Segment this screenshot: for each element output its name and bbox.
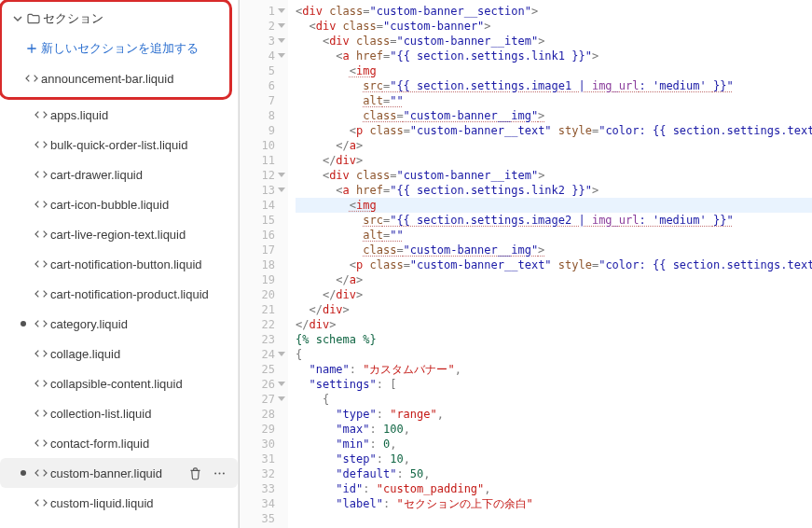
file-item[interactable]: cart-drawer.liquid <box>0 160 238 189</box>
code-line[interactable]: <div class="custom-banner__item"> <box>296 34 812 49</box>
file-item[interactable]: category.liquid <box>0 309 238 339</box>
code-line[interactable]: src="{{ section.settings.image1 | img_ur… <box>296 78 812 93</box>
line-number[interactable]: 5 <box>240 63 288 78</box>
line-number[interactable]: 21 <box>240 302 288 317</box>
line-number[interactable]: 34 <box>240 496 288 511</box>
code-line[interactable] <box>296 511 812 526</box>
code-line[interactable]: "settings": [ <box>296 377 812 392</box>
line-number[interactable]: 25 <box>240 362 288 377</box>
code-line[interactable]: </a> <box>296 272 812 287</box>
line-number[interactable]: 33 <box>240 481 288 496</box>
file-name: collage.liquid <box>50 347 228 361</box>
code-line[interactable]: </div> <box>296 317 812 332</box>
code-line[interactable]: src="{{ section.settings.image2 | img_ur… <box>296 213 812 228</box>
line-number[interactable]: 4 <box>240 49 288 63</box>
line-number[interactable]: 14 <box>240 198 288 213</box>
line-number[interactable]: 8 <box>240 108 288 123</box>
code-line[interactable]: </div> <box>296 287 812 302</box>
code-line[interactable]: </a> <box>296 138 812 153</box>
line-number[interactable]: 30 <box>240 437 288 452</box>
code-line[interactable]: {% schema %} <box>296 332 812 347</box>
folder-icon <box>24 11 43 26</box>
code-line[interactable]: "name": "カスタムバナー", <box>296 362 812 377</box>
line-number[interactable]: 10 <box>240 138 288 153</box>
code-line[interactable]: <img <box>296 63 812 78</box>
code-line[interactable]: <a href="{{ section.settings.link2 }}"> <box>296 183 812 198</box>
code-line[interactable]: "default": 50, <box>296 466 812 481</box>
code-line[interactable]: "min": 0, <box>296 437 812 452</box>
line-number[interactable]: 23 <box>240 332 288 347</box>
code-line[interactable]: "max": 100, <box>296 422 812 437</box>
line-number[interactable]: 18 <box>240 257 288 272</box>
code-editor[interactable]: 1234567891011121314151617181920212223242… <box>239 0 812 528</box>
file-item[interactable]: collapsible-content.liquid <box>0 368 238 398</box>
add-section-button[interactable]: 新しいセクションを追加する <box>2 34 229 63</box>
line-number[interactable]: 28 <box>240 407 288 422</box>
line-number[interactable]: 13 <box>240 183 288 198</box>
code-line[interactable]: "label": "セクションの上下の余白" <box>296 496 812 511</box>
line-number[interactable]: 11 <box>240 153 288 168</box>
code-line[interactable]: alt="" <box>296 93 812 108</box>
line-number[interactable]: 17 <box>240 243 288 257</box>
line-number[interactable]: 20 <box>240 287 288 302</box>
line-number[interactable]: 12 <box>240 168 288 183</box>
more-button[interactable] <box>210 464 228 482</box>
line-number[interactable]: 1 <box>240 4 288 19</box>
line-number[interactable]: 22 <box>240 317 288 332</box>
svg-point-1 <box>218 472 220 474</box>
code-line[interactable]: <div class="custom-banner"> <box>296 19 812 34</box>
line-number[interactable]: 27 <box>240 392 288 407</box>
file-item[interactable]: collection-list.liquid <box>0 398 238 428</box>
line-number[interactable]: 31 <box>240 452 288 466</box>
code-line[interactable]: { <box>296 392 812 407</box>
delete-button[interactable] <box>186 464 204 482</box>
line-number[interactable]: 7 <box>240 93 288 108</box>
line-number[interactable]: 29 <box>240 422 288 437</box>
code-line[interactable]: alt="" <box>296 228 812 243</box>
code-line[interactable]: </div> <box>296 302 812 317</box>
svg-point-0 <box>214 472 216 474</box>
file-name: cart-notification-button.liquid <box>50 257 228 271</box>
code-line[interactable]: { <box>296 347 812 362</box>
file-item[interactable]: cart-notification-button.liquid <box>0 249 238 279</box>
line-number[interactable]: 16 <box>240 228 288 243</box>
code-line[interactable]: class="custom-banner__img"> <box>296 108 812 123</box>
code-line[interactable]: "id": "custom_padding", <box>296 481 812 496</box>
line-number[interactable]: 15 <box>240 213 288 228</box>
file-item[interactable]: custom-liquid.liquid <box>0 488 238 518</box>
code-icon <box>32 257 50 271</box>
line-number[interactable]: 26 <box>240 377 288 392</box>
code-line[interactable]: "step": 10, <box>296 452 812 466</box>
code-line[interactable]: <img <box>296 198 812 213</box>
code-area[interactable]: <div class="custom-banner__section"> <di… <box>288 0 812 528</box>
file-name: custom-liquid.liquid <box>50 496 228 510</box>
code-line[interactable]: <p class="custom-banner__text" style="co… <box>296 123 812 138</box>
file-name: category.liquid <box>50 317 228 331</box>
code-line[interactable]: "type": "range", <box>296 407 812 422</box>
code-line[interactable]: <a href="{{ section.settings.link1 }}"> <box>296 49 812 63</box>
line-number[interactable]: 2 <box>240 19 288 34</box>
line-number[interactable]: 32 <box>240 466 288 481</box>
code-line[interactable]: <div class="custom-banner__section"> <box>296 4 812 19</box>
file-item[interactable]: bulk-quick-order-list.liquid <box>0 130 238 160</box>
code-line[interactable]: class="custom-banner__img"> <box>296 243 812 257</box>
file-item[interactable]: cart-notification-product.liquid <box>0 279 238 309</box>
file-item[interactable]: custom-banner.liquid <box>0 458 238 488</box>
line-number[interactable]: 3 <box>240 34 288 49</box>
file-item[interactable]: cart-live-region-text.liquid <box>0 219 238 249</box>
file-item[interactable]: contact-form.liquid <box>0 428 238 458</box>
file-item[interactable]: cart-icon-bubble.liquid <box>0 189 238 219</box>
code-icon <box>32 436 50 451</box>
line-number[interactable]: 35 <box>240 511 288 526</box>
file-item[interactable]: collage.liquid <box>0 339 238 368</box>
code-line[interactable]: </div> <box>296 153 812 168</box>
line-number[interactable]: 9 <box>240 123 288 138</box>
line-number[interactable]: 24 <box>240 347 288 362</box>
code-line[interactable]: <div class="custom-banner__item"> <box>296 168 812 183</box>
code-line[interactable]: <p class="custom-banner__text" style="co… <box>296 257 812 272</box>
folder-sections[interactable]: セクション <box>2 4 229 34</box>
line-number[interactable]: 19 <box>240 272 288 287</box>
file-item[interactable]: apps.liquid <box>0 100 238 130</box>
file-item[interactable]: announcement-bar.liquid <box>2 63 229 93</box>
line-number[interactable]: 6 <box>240 78 288 93</box>
